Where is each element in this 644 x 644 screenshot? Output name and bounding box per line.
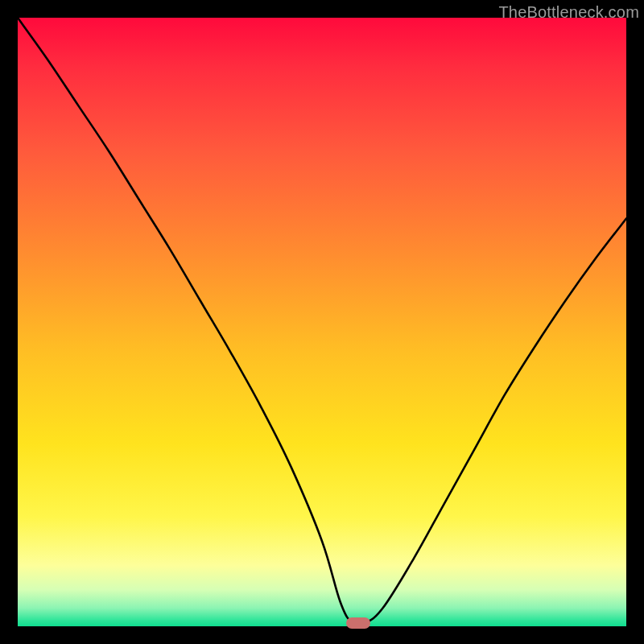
bottleneck-curve bbox=[18, 18, 626, 626]
optimal-marker bbox=[346, 617, 370, 629]
plot-area bbox=[18, 18, 626, 626]
curve-path bbox=[18, 18, 626, 625]
watermark-label: TheBottleneck.com bbox=[498, 3, 639, 22]
chart-frame: TheBottleneck.com bbox=[0, 0, 644, 644]
